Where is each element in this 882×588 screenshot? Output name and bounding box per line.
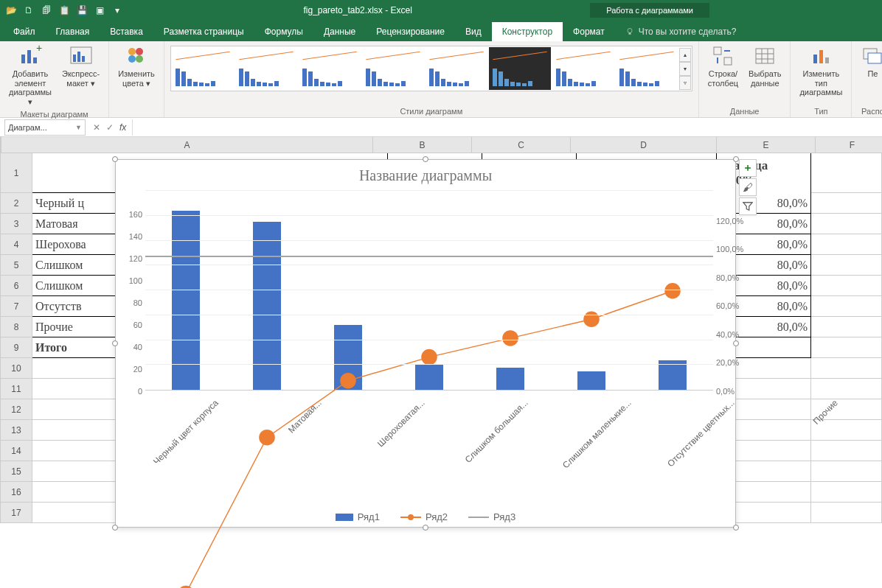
resize-handle[interactable] [112, 525, 118, 531]
chart-style-thumb[interactable] [299, 47, 361, 90]
row-header[interactable]: 1 [0, 153, 32, 193]
column-header[interactable]: F [816, 137, 882, 153]
row-header[interactable]: 4 [0, 234, 32, 255]
tab-page-layout[interactable]: Разметка страницы [153, 22, 254, 41]
name-box[interactable]: Диаграм... ▼ [4, 119, 86, 136]
row-header[interactable]: 12 [0, 399, 32, 420]
svg-point-12 [128, 55, 136, 63]
row-header[interactable]: 16 [0, 482, 32, 503]
scroll-up-icon[interactable]: ▴ [679, 48, 691, 62]
column-header[interactable]: E [717, 137, 816, 153]
tab-chart-format[interactable]: Формат [563, 22, 615, 41]
chart-style-gallery[interactable]: ▴▾▿ [170, 46, 692, 91]
row-header[interactable]: 17 [0, 503, 32, 523]
preview-icon[interactable]: ▣ [91, 2, 108, 18]
chart-style-thumb[interactable] [489, 47, 551, 90]
select-data-button[interactable]: Выбрать данные [746, 43, 784, 89]
chart-style-thumb[interactable] [426, 47, 487, 90]
chart-title[interactable]: Название диаграммы [116, 160, 735, 184]
bar[interactable] [172, 211, 200, 390]
move-chart-button[interactable]: Пе [858, 43, 882, 80]
legend-item[interactable]: Ряд2 [400, 511, 448, 522]
cell[interactable] [811, 153, 882, 193]
formula-input[interactable] [132, 119, 882, 136]
column-header[interactable]: A [1, 137, 373, 153]
switch-icon [711, 44, 735, 68]
row-header[interactable]: 15 [0, 461, 32, 482]
cell[interactable] [811, 296, 882, 317]
cell[interactable] [811, 317, 882, 337]
change-colors-button[interactable]: Изменить цвета ▾ [115, 43, 158, 89]
legend-item[interactable]: Ряд3 [468, 511, 515, 522]
row-header[interactable]: 14 [0, 441, 32, 461]
gallery-expand-icon[interactable]: ▿ [679, 76, 691, 90]
change-chart-type-button[interactable]: Изменить тип диаграммы [796, 43, 845, 99]
row-header[interactable]: 2 [0, 193, 32, 214]
resize-handle[interactable] [733, 156, 739, 162]
tab-view[interactable]: Вид [455, 22, 492, 41]
tab-review[interactable]: Рецензирование [366, 22, 455, 41]
chart-style-thumb[interactable] [552, 47, 614, 90]
gallery-scroll[interactable]: ▴▾▿ [679, 48, 691, 90]
cell[interactable] [811, 193, 882, 214]
new-icon[interactable]: 🗋 [21, 2, 37, 18]
row-header[interactable]: 13 [0, 420, 32, 441]
chart-style-thumb[interactable] [362, 47, 424, 90]
row-header[interactable]: 3 [0, 214, 32, 234]
worksheet[interactable]: ABCDEF 1Кол-воПроцентПроцент дефек-Грани… [0, 137, 882, 588]
svg-point-11 [136, 48, 143, 55]
row-header[interactable]: 10 [0, 358, 32, 379]
resize-handle[interactable] [112, 340, 118, 346]
chart-elements-button[interactable]: ＋ [739, 159, 757, 177]
chart-object[interactable]: Название диаграммы 020406080100120140160… [115, 159, 736, 528]
paste-icon[interactable]: 📋 [56, 2, 72, 18]
row-header[interactable]: 8 [0, 317, 32, 337]
copy-icon[interactable]: 🗐 [38, 2, 55, 18]
cancel-icon[interactable]: ✕ [93, 122, 100, 133]
cell[interactable] [811, 358, 882, 379]
chart-filters-button[interactable] [739, 197, 757, 215]
cell[interactable] [811, 214, 882, 234]
open-icon[interactable]: 📂 [3, 2, 19, 18]
column-header[interactable]: D [571, 137, 717, 153]
chart-style-thumb[interactable] [235, 47, 297, 90]
switch-row-column-button[interactable]: Строка/ столбец [705, 43, 741, 89]
palette-icon [125, 44, 148, 68]
ribbon-group-colors: Изменить цвета ▾ [109, 41, 164, 117]
chevron-down-icon[interactable]: ▼ [75, 124, 82, 131]
legend-item[interactable]: Ряд1 [336, 511, 380, 522]
chart-style-thumb[interactable] [172, 47, 234, 90]
cell[interactable] [811, 255, 882, 276]
chart-styles-button[interactable]: 🖌 [739, 178, 757, 196]
column-header[interactable]: C [472, 137, 571, 153]
tell-me[interactable]: Что вы хотите сделать? [615, 22, 747, 41]
qat-dropdown-icon[interactable]: ▾ [109, 2, 125, 18]
save-icon[interactable]: 💾 [74, 2, 90, 18]
confirm-icon[interactable]: ✓ [106, 122, 114, 133]
row-header[interactable]: 6 [0, 276, 32, 296]
tab-home[interactable]: Главная [46, 22, 100, 41]
column-header[interactable]: B [373, 137, 472, 153]
chart-plot-area[interactable]: 020406080100120140160 0,0%20,0%40,0%60,0… [145, 192, 713, 405]
row-header[interactable]: 5 [0, 255, 32, 276]
resize-handle[interactable] [423, 156, 428, 162]
tab-data[interactable]: Данные [313, 22, 366, 41]
row-header[interactable]: 7 [0, 296, 32, 317]
bar[interactable] [334, 325, 362, 390]
scroll-down-icon[interactable]: ▾ [679, 62, 691, 76]
chart-legend[interactable]: Ряд1 Ряд2 Ряд3 [116, 511, 735, 522]
fx-icon[interactable]: fx [119, 122, 126, 133]
tab-chart-design[interactable]: Конструктор [492, 22, 563, 41]
cell[interactable] [811, 337, 882, 358]
row-header[interactable]: 9 [0, 337, 32, 358]
row-header[interactable]: 11 [0, 379, 32, 399]
cell[interactable] [811, 234, 882, 255]
cell[interactable] [811, 276, 882, 296]
tab-formulas[interactable]: Формулы [254, 22, 313, 41]
chart-style-thumb[interactable] [616, 47, 678, 90]
resize-handle[interactable] [112, 156, 118, 162]
add-chart-element-button[interactable]: + Добавить элемент диаграммы ▾ [6, 43, 55, 108]
quick-layout-button[interactable]: Экспресс- макет ▾ [59, 43, 103, 89]
tab-insert[interactable]: Вставка [100, 22, 153, 41]
tab-file[interactable]: Файл [3, 22, 46, 41]
